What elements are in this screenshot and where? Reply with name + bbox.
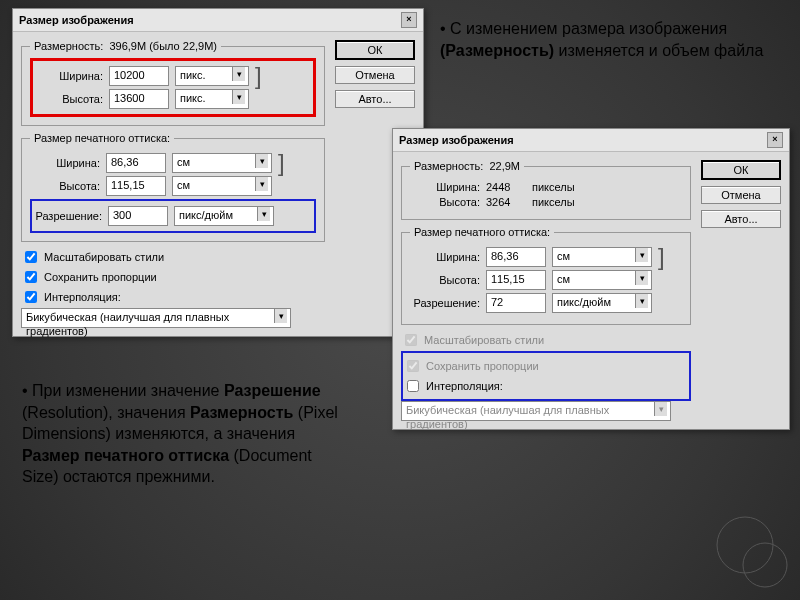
ok-button[interactable]: ОК xyxy=(335,40,415,60)
width-input[interactable]: 10200 xyxy=(109,66,169,86)
resolution-input[interactable]: 300 xyxy=(108,206,168,226)
image-size-dialog-1: Размер изображения × Размерность: 396,9M… xyxy=(12,8,424,337)
cancel-button[interactable]: Отмена xyxy=(335,66,415,84)
resolution-unit[interactable]: пикс/дюйм xyxy=(174,206,274,226)
close-icon[interactable]: × xyxy=(767,132,783,148)
resolution-label: Разрешение: xyxy=(32,210,102,222)
auto-button[interactable]: Авто... xyxy=(335,90,415,108)
print-width-input[interactable]: 86,36 xyxy=(486,247,546,267)
print-size-group: Размер печатного оттиска: Ширина: 86,36 … xyxy=(21,132,325,242)
width-value: 2448 xyxy=(486,181,526,193)
height-label: Высота: xyxy=(410,196,480,208)
interpolation-method-select: Бикубическая (наилучшая для плавных град… xyxy=(401,401,671,421)
resolution-unit[interactable]: пикс/дюйм xyxy=(552,293,652,313)
width-unit-select[interactable]: пикс. xyxy=(175,66,249,86)
pixel-dims-value: 22,9M xyxy=(489,160,520,172)
interpolation-check[interactable]: Интерполяция: xyxy=(403,377,689,395)
note-2: •При изменении значение Разрешение (Reso… xyxy=(22,380,352,488)
dialog-title: Размер изображения xyxy=(19,14,134,26)
print-width-label: Ширина: xyxy=(410,251,480,263)
height-label: Высота: xyxy=(33,93,103,105)
pixel-dims-label: Размерность: xyxy=(414,160,483,172)
height-input[interactable]: 13600 xyxy=(109,89,169,109)
print-size-group: Размер печатного оттиска: Ширина: 86,36 … xyxy=(401,226,691,325)
pixel-dims-value: 396,9M (было 22,9M) xyxy=(109,40,217,52)
print-height-label: Высота: xyxy=(410,274,480,286)
svg-point-0 xyxy=(743,543,787,587)
height-value: 3264 xyxy=(486,196,526,208)
resolution-input[interactable]: 72 xyxy=(486,293,546,313)
svg-point-1 xyxy=(717,517,773,573)
print-height-unit[interactable]: см xyxy=(172,176,272,196)
print-width-unit[interactable]: см xyxy=(172,153,272,173)
auto-button[interactable]: Авто... xyxy=(701,210,781,228)
scale-styles-check[interactable]: Масштабировать стили xyxy=(21,248,325,266)
image-size-dialog-2: Размер изображения × Размерность: 22,9M … xyxy=(392,128,790,430)
pixel-dimensions-group: Размерность: 396,9M (было 22,9M) Ширина:… xyxy=(21,40,325,126)
keep-proportions-check: Сохранить пропорции xyxy=(403,357,689,375)
resolution-label: Разрешение: xyxy=(410,297,480,309)
width-unit: пикселы xyxy=(532,181,575,193)
print-legend: Размер печатного оттиска: xyxy=(410,226,554,238)
interpolation-check[interactable]: Интерполяция: xyxy=(21,288,325,306)
blue-highlight-2: Сохранить пропорции Интерполяция: xyxy=(401,351,691,401)
scale-styles-check: Масштабировать стили xyxy=(401,331,691,349)
print-width-input[interactable]: 86,36 xyxy=(106,153,166,173)
print-width-label: Ширина: xyxy=(30,157,100,169)
link-icon: ] xyxy=(255,67,262,85)
link-icon: ] xyxy=(278,154,285,172)
keep-proportions-check[interactable]: Сохранить пропорции xyxy=(21,268,325,286)
height-unit-select[interactable]: пикс. xyxy=(175,89,249,109)
height-unit: пикселы xyxy=(532,196,575,208)
red-highlight: Ширина: 10200 пикс. ] Высота: 13600 пикс… xyxy=(30,58,316,117)
cancel-button[interactable]: Отмена xyxy=(701,186,781,204)
link-icon: ] xyxy=(658,248,665,266)
ok-button[interactable]: ОК xyxy=(701,160,781,180)
pixel-dimensions-group: Размерность: 22,9M Ширина: 2448 пикселы … xyxy=(401,160,691,220)
print-legend: Размер печатного оттиска: xyxy=(30,132,174,144)
dialog-title: Размер изображения xyxy=(399,134,514,146)
print-height-unit[interactable]: см xyxy=(552,270,652,290)
print-height-label: Высота: xyxy=(30,180,100,192)
pixel-dims-label: Размерность: xyxy=(34,40,103,52)
print-height-input[interactable]: 115,15 xyxy=(486,270,546,290)
decorative-circles xyxy=(710,510,790,590)
print-height-input[interactable]: 115,15 xyxy=(106,176,166,196)
close-icon[interactable]: × xyxy=(401,12,417,28)
width-label: Ширина: xyxy=(410,181,480,193)
blue-highlight: Разрешение: 300 пикс/дюйм xyxy=(30,199,316,233)
width-label: Ширина: xyxy=(33,70,103,82)
note-1: •С изменением размера изображения (Разме… xyxy=(440,18,780,61)
print-width-unit[interactable]: см xyxy=(552,247,652,267)
interpolation-method-select[interactable]: Бикубическая (наилучшая для плавных град… xyxy=(21,308,291,328)
